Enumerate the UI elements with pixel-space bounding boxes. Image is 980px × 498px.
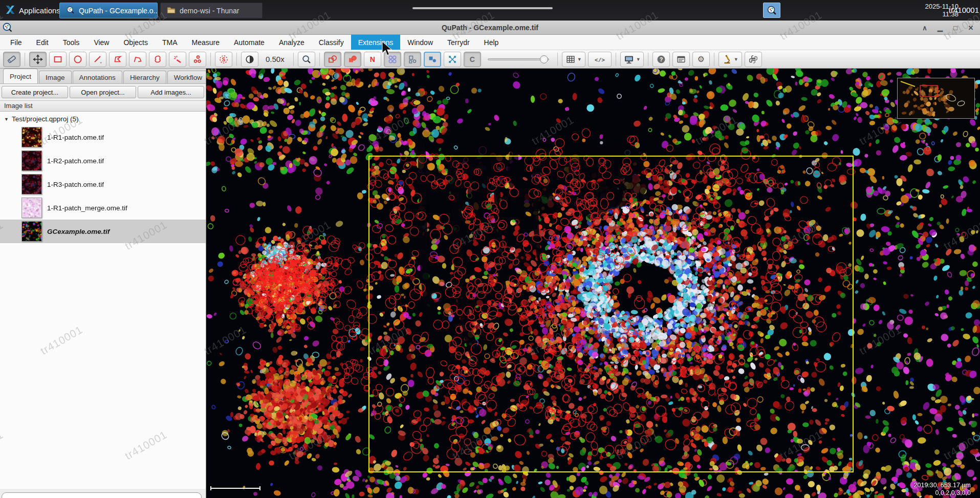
menu-terrydr[interactable]: Terrydr	[440, 35, 477, 50]
menu-file[interactable]: File	[3, 35, 29, 50]
open-project-button[interactable]: Open project...	[70, 86, 136, 98]
show-annotations-toggle[interactable]	[324, 52, 341, 67]
menu-edit[interactable]: Edit	[29, 35, 56, 50]
image-list-item[interactable]: GCexample.ome.tif	[0, 220, 206, 243]
qupath-titlebar[interactable]: QuPath - GCexample.ome.tif ∧ ▁ □ ✕	[0, 20, 980, 35]
script-editor-button[interactable]: </>	[588, 52, 612, 67]
polyline-tool[interactable]	[129, 52, 146, 67]
help-button[interactable]: ?	[652, 52, 670, 67]
image-name: 1-R1-patch.ome.tif	[47, 134, 104, 141]
image-thumbnail	[21, 198, 42, 218]
project-filter-input[interactable]	[2, 492, 202, 498]
image-name: 1-R3-patch.ome.tif	[47, 181, 104, 188]
image-name: GCexample.ome.tif	[47, 228, 110, 235]
overview-thumbnail[interactable]	[897, 78, 975, 119]
taskbar: Applications ☰ QuPath - GCexample.o... d…	[0, 0, 980, 20]
qupath-icon	[66, 6, 75, 16]
tab-hierarchy[interactable]: Hierarchy	[123, 71, 166, 83]
toolbar-separator	[319, 53, 320, 66]
zoom-to-fit-button[interactable]	[298, 52, 315, 67]
menu-window[interactable]: Window	[400, 35, 440, 50]
tab-annotations[interactable]: Annotations	[73, 71, 122, 83]
menu-tma[interactable]: TMA	[155, 35, 185, 50]
brush-tool[interactable]	[149, 52, 166, 67]
close-button[interactable]: ✕	[967, 24, 975, 32]
screen: Applications ☰ QuPath - GCexample.o... d…	[0, 0, 980, 498]
selection-mode-toggle[interactable]: S	[215, 52, 232, 67]
rectangle-tool[interactable]	[49, 52, 67, 67]
python-button[interactable]	[745, 52, 762, 67]
project-root-node[interactable]: ▼ Test/project.qpproj (5)	[0, 112, 206, 125]
pixel-channel-values: 0,0,2,0,3,0,0	[914, 489, 971, 497]
brightness-contrast-button[interactable]	[241, 52, 258, 67]
taskbar-window-label: demo-wsi - Thunar	[180, 7, 239, 15]
tab-project[interactable]: Project	[3, 69, 38, 83]
toolbar-separator	[293, 53, 294, 66]
multiview-button[interactable]: ▼	[620, 52, 644, 67]
slide-label-tool[interactable]	[3, 52, 20, 67]
opacity-slider[interactable]	[486, 52, 551, 67]
image-name: 1-R1-patch_merge.ome.tif	[47, 204, 127, 212]
opacity-slider-thumb[interactable]	[540, 55, 548, 63]
menu-help[interactable]: Help	[477, 35, 506, 50]
image-name: 1-R2-patch.ome.tif	[47, 157, 104, 165]
add-images-button[interactable]: Add images...	[138, 86, 204, 98]
project-panel: ProjectImageAnnotationsHierarchyWorkflow…	[0, 69, 206, 498]
minimize-button[interactable]: ▁	[936, 24, 944, 32]
panel-separator	[412, 7, 553, 9]
toolbar-separator	[210, 53, 211, 66]
toolbar-separator	[648, 53, 648, 66]
preferences-button[interactable]: ⚙	[692, 52, 710, 67]
polygon-tool[interactable]	[109, 52, 126, 67]
menu-extensions[interactable]: Extensions	[351, 35, 400, 50]
show-connections-toggle[interactable]: C	[464, 52, 481, 67]
measurement-tables-button[interactable]: ▼	[562, 52, 585, 67]
fill-detections-toggle[interactable]	[424, 52, 441, 67]
select-objects-button[interactable]	[444, 52, 461, 67]
menu-automate[interactable]: Automate	[227, 35, 272, 50]
chevron-down-icon: ▼	[577, 57, 582, 62]
location-microns: 2019.30, 653.17 µm	[914, 482, 971, 489]
svg-text:?: ?	[659, 56, 663, 62]
scale-bar	[210, 488, 260, 492]
slide-canvas[interactable]	[206, 69, 980, 498]
image-viewer[interactable]: 2019.30, 653.17 µm 0,0,2,0,3,0,0	[206, 69, 980, 498]
xfce-logo-icon	[5, 5, 15, 16]
fill-annotations-toggle[interactable]	[344, 52, 361, 67]
shade-window-button[interactable]: ∧	[921, 24, 929, 32]
show-detections-toggle[interactable]	[404, 52, 421, 67]
toolbar-separator	[557, 53, 558, 66]
tab-workflow[interactable]: Workflow	[167, 71, 206, 83]
tma-grid-toggle[interactable]	[384, 52, 401, 67]
image-list-item[interactable]: 1-R2-patch.ome.tif	[0, 149, 206, 172]
points-tool[interactable]	[189, 52, 206, 67]
tray-qupath-icon[interactable]	[763, 3, 780, 18]
menu-tools[interactable]: Tools	[56, 35, 87, 50]
menu-measure[interactable]: Measure	[185, 35, 227, 50]
image-list-item[interactable]: 1-R1-patch_merge.ome.tif	[0, 196, 206, 220]
image-list-item[interactable]: 1-R3-patch.ome.tif	[0, 172, 206, 196]
toolbar-separator	[236, 53, 237, 66]
show-names-toggle[interactable]: N	[364, 52, 381, 67]
command-list-button[interactable]	[672, 52, 690, 67]
tab-image[interactable]: Image	[39, 71, 72, 83]
menu-view[interactable]: View	[86, 35, 116, 50]
menu-classify[interactable]: Classify	[312, 35, 351, 50]
line-tool[interactable]	[89, 52, 106, 67]
menu-analyze[interactable]: Analyze	[272, 35, 312, 50]
image-list-item[interactable]: 1-R1-patch.ome.tif	[0, 125, 206, 149]
move-tool[interactable]	[29, 52, 47, 67]
expand-arrow-icon[interactable]: ▼	[4, 117, 9, 122]
wand-tool[interactable]	[169, 52, 186, 67]
ellipse-tool[interactable]	[69, 52, 86, 67]
menu-objects[interactable]: Objects	[116, 35, 155, 50]
maximize-button[interactable]: □	[951, 24, 960, 32]
image-thumbnail	[21, 127, 42, 147]
microscope-button[interactable]: ▼	[718, 52, 742, 67]
taskbar-window-thunar[interactable]: demo-wsi - Thunar	[160, 3, 263, 18]
window-title: QuPath - GCexample.ome.tif	[0, 20, 980, 35]
project-root-label: Test/project.qpproj (5)	[12, 115, 79, 123]
taskbar-window-qupath[interactable]: QuPath - GCexample.o...	[59, 3, 158, 18]
create-project-button[interactable]: Create project...	[2, 86, 68, 98]
magnification-label[interactable]: 0.50x	[266, 55, 285, 63]
